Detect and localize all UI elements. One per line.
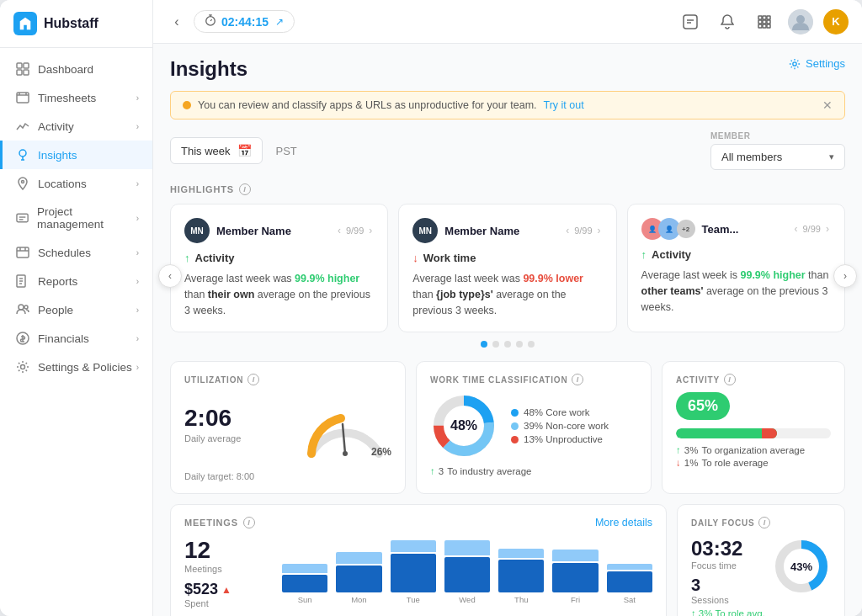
work-time-legend: 48% Core work 39% Non-core work 13% Unpr… [511,407,609,444]
utilization-title: UTILIZATION i [184,374,391,385]
activity-score-badge: 65% [676,392,730,420]
dot-4[interactable] [516,341,523,348]
metric-label-2: Work time [423,252,476,264]
svg-rect-0 [17,63,22,68]
svg-point-46 [793,61,796,65]
sidebar-item-settings-policies[interactable]: Settings & Policies › [0,353,152,381]
bar-light-sun [282,564,327,573]
carousel-left-button[interactable]: ‹ [158,264,182,288]
svg-point-27 [21,365,25,369]
sidebar-item-financials[interactable]: Financials › [0,324,152,353]
donut-chart: 48% [430,392,498,459]
dot-5[interactable] [528,341,535,348]
svg-point-48 [343,451,348,456]
chevron-icon: › [136,277,139,286]
sidebar-item-reports[interactable]: Reports › [0,267,152,295]
bar-dark-sat [607,571,652,592]
card-nav-right-3[interactable]: › [824,221,831,236]
help-button[interactable] [677,8,704,35]
member-filter-label: MEMBER [710,131,750,141]
back-button[interactable]: ‹ [167,12,187,32]
sidebar-item-people[interactable]: People › [0,295,152,324]
card-nav-right-2[interactable]: › [596,223,603,238]
work-time-info-icon: i [572,374,583,385]
bar-dark-mon [336,566,381,592]
activity-bar-fill [676,428,777,438]
bar-group-sun: Sun [282,535,327,604]
carousel-right-button[interactable]: › [833,264,857,288]
close-button[interactable]: ✕ [822,98,833,112]
work-time-title: WORK TIME CLASSIFICATION i [430,374,637,385]
activity-card: ACTIVITY i 65% [662,361,845,494]
svg-rect-15 [17,247,29,258]
gauge-chart: 26% [299,390,391,458]
focus-role-avg: ↑ 3% To role avg. [691,608,765,616]
member-avatar-2: MN [412,218,438,243]
legend-dot-core [511,409,519,417]
settings-button[interactable]: Settings [789,57,845,70]
timer-icon [205,14,216,29]
member-select[interactable]: All members ▾ [710,144,845,170]
meetings-count-label: Meetings [184,564,269,574]
settings-label: Settings [806,57,845,70]
sidebar-item-label: Project management [37,205,136,231]
dot-1[interactable] [481,341,487,348]
bar-group-wed: Wed [444,535,490,604]
chevron-icon: › [136,305,139,315]
dot-2[interactable] [492,341,499,348]
card-nav-left-2[interactable]: ‹ [564,223,571,238]
svg-rect-39 [763,20,766,24]
bar-dark-fri [552,563,598,592]
card-nav-left-1[interactable]: ‹ [336,223,343,238]
bar-label-fri: Fri [571,595,580,604]
sidebar-item-dashboard[interactable]: Dashboard [0,55,152,83]
timer-widget[interactable]: 02:44:15 ↗ [194,10,295,33]
bar-label-wed: Wed [459,595,475,604]
member-avatar-1: MN [184,218,210,243]
sidebar-item-project-management[interactable]: Project management › [0,198,152,238]
filters-row: This week 📅 PST MEMBER All members ▾ [170,131,845,170]
bar-label-sat: Sat [624,595,636,604]
focus-time-label: Focus time [691,560,765,571]
bar-group-tue: Tue [391,535,436,604]
card-nav-left-3[interactable]: ‹ [792,221,799,236]
activity-bar-tail [762,428,777,438]
timer-value: 02:44:15 [221,15,269,29]
dot-3[interactable] [504,341,511,348]
apps-button[interactable] [751,8,778,35]
meetings-count: 12 [184,537,269,564]
chevron-icon: › [136,214,139,223]
sidebar-item-label: Activity [38,120,74,133]
sidebar-item-schedules[interactable]: Schedules › [0,238,152,267]
activity-info-icon: i [724,374,736,385]
notifications-button[interactable] [714,8,741,35]
card-description-1: Average last week was 99.9% higher than … [184,271,374,318]
util-info-icon: i [247,374,259,385]
svg-point-8 [19,150,26,157]
sidebar-item-locations[interactable]: Locations › [0,169,152,198]
card-nav-count-3: 9/99 [802,224,820,234]
card-nav-right-1[interactable]: › [367,223,374,238]
svg-point-24 [24,305,28,309]
comparison-org: ↑ 3% To organization average [676,445,831,455]
date-range-value: This week [181,145,231,157]
logo-text: Hubstaff [44,16,98,31]
sidebar-item-insights[interactable]: Insights [0,141,152,169]
util-target: Daily target: 8:00 [184,471,391,481]
org-avatar[interactable]: K [823,9,849,35]
metric-arrow-3: ↑ [641,248,647,261]
sidebar-item-timesheets[interactable]: Timesheets › [0,83,152,112]
more-details-link[interactable]: More details [595,517,652,528]
date-picker[interactable]: This week 📅 [170,137,263,164]
svg-rect-43 [767,24,770,28]
notif-link[interactable]: Try it out [544,99,584,111]
svg-point-23 [19,305,24,310]
daily-focus-info-icon: i [758,517,770,528]
bar-label-sun: Sun [298,595,312,604]
card-description-3: Average last week is 99.9% higher than o… [641,268,831,315]
svg-rect-38 [758,20,762,24]
chevron-icon: › [136,334,139,343]
user-avatar[interactable] [788,9,813,35]
daily-focus-title: DAILY FOCUS i [691,517,831,528]
sidebar-item-activity[interactable]: Activity › [0,112,152,141]
